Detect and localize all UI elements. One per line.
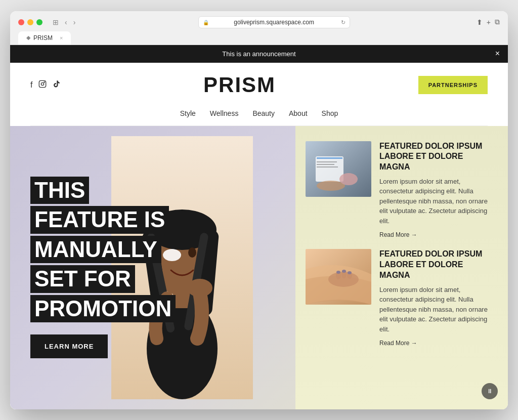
sidebar-toggle-btn[interactable]: ⊞ bbox=[51, 17, 61, 27]
pause-button[interactable]: ⏸ bbox=[482, 383, 498, 399]
lock-icon: 🔒 bbox=[203, 19, 209, 25]
article-content-1: FEATURED DOLOR IPSUM LABORE ET DOLORE MA… bbox=[379, 141, 493, 239]
website-content: This is an announcement × f bbox=[10, 45, 508, 409]
announcement-close-btn[interactable]: × bbox=[495, 49, 500, 58]
svg-rect-19 bbox=[317, 164, 334, 165]
svg-point-26 bbox=[336, 271, 340, 274]
nav-about[interactable]: About bbox=[289, 109, 308, 117]
tab-favicon: ◆ bbox=[26, 34, 30, 41]
facebook-icon[interactable]: f bbox=[30, 80, 32, 90]
hero-line-5: PROMOTION bbox=[30, 295, 176, 323]
article-title-1: FEATURED DOLOR IPSUM LABORE ET DOLORE MA… bbox=[379, 141, 493, 173]
refresh-icon[interactable]: ↻ bbox=[341, 19, 346, 25]
site-nav: Style Wellness Beauty About Shop bbox=[30, 103, 488, 126]
svg-rect-16 bbox=[316, 156, 343, 182]
announcement-bar: This is an announcement × bbox=[10, 45, 508, 63]
nav-beauty[interactable]: Beauty bbox=[252, 109, 275, 117]
read-more-link-1[interactable]: Read More bbox=[379, 231, 417, 238]
tab-title: PRISM bbox=[33, 34, 53, 41]
close-dot[interactable] bbox=[18, 19, 24, 25]
article-thumbnail-2[interactable] bbox=[306, 249, 371, 305]
svg-rect-0 bbox=[39, 80, 46, 87]
svg-point-28 bbox=[342, 270, 346, 273]
svg-point-2 bbox=[44, 81, 45, 82]
svg-rect-18 bbox=[317, 161, 337, 162]
forward-btn[interactable]: › bbox=[71, 17, 78, 27]
article-excerpt-1: Lorem ipsum dolor sit amet, consectetur … bbox=[379, 177, 493, 226]
browser-chrome: ⊞ ‹ › 🔒 goliveprism.squarespace.com ↻ ⬆ … bbox=[10, 11, 508, 45]
article-card-2: FEATURED DOLOR IPSUM LABORE ET DOLORE MA… bbox=[306, 249, 493, 347]
new-tab-icon[interactable]: + bbox=[487, 18, 491, 26]
article-excerpt-2: Lorem ipsum dolor sit amet, consectetur … bbox=[379, 285, 493, 334]
tab-close-icon[interactable]: × bbox=[60, 35, 63, 41]
svg-point-30 bbox=[348, 271, 352, 274]
site-header: f PRISM PARTNERSHIP bbox=[10, 63, 508, 126]
hero-left: THIS FEATURE IS MANUALLY SET FOR PROMOTI… bbox=[10, 126, 295, 409]
svg-rect-20 bbox=[317, 166, 338, 167]
hero-line-1: THIS bbox=[30, 177, 89, 204]
active-tab[interactable]: ◆ PRISM × bbox=[18, 31, 71, 45]
share-icon[interactable]: ⬆ bbox=[477, 18, 483, 26]
svg-rect-17 bbox=[317, 157, 342, 159]
hero-headline: THIS FEATURE IS MANUALLY SET FOR PROMOTI… bbox=[30, 177, 275, 325]
maximize-dot[interactable] bbox=[36, 19, 42, 25]
partnerships-button[interactable]: PARTNERSHIPS bbox=[418, 76, 488, 94]
pause-icon: ⏸ bbox=[487, 388, 493, 395]
back-btn[interactable]: ‹ bbox=[63, 17, 69, 27]
browser-window: ⊞ ‹ › 🔒 goliveprism.squarespace.com ↻ ⬆ … bbox=[10, 11, 508, 409]
nav-style[interactable]: Style bbox=[180, 109, 196, 117]
article-content-2: FEATURED DOLOR IPSUM LABORE ET DOLORE MA… bbox=[379, 249, 493, 347]
featured-section: FEATURED DOLOR IPSUM LABORE ET DOLORE MA… bbox=[295, 126, 508, 409]
instagram-icon[interactable] bbox=[38, 80, 47, 90]
nav-wellness[interactable]: Wellness bbox=[210, 109, 239, 117]
article-title-2: FEATURED DOLOR IPSUM LABORE ET DOLORE MA… bbox=[379, 249, 493, 280]
learn-more-button[interactable]: LEARN MORE bbox=[30, 334, 108, 358]
svg-point-22 bbox=[339, 173, 358, 185]
url-text: goliveprism.squarespace.com bbox=[234, 19, 314, 26]
article-card-1: FEATURED DOLOR IPSUM LABORE ET DOLORE MA… bbox=[306, 141, 493, 239]
hero-section: THIS FEATURE IS MANUALLY SET FOR PROMOTI… bbox=[10, 126, 508, 409]
nav-shop[interactable]: Shop bbox=[322, 109, 338, 117]
hero-line-4: SET FOR bbox=[30, 265, 135, 293]
site-logo[interactable]: PRISM bbox=[203, 73, 276, 97]
tiktok-icon[interactable] bbox=[53, 80, 61, 90]
minimize-dot[interactable] bbox=[27, 19, 33, 25]
address-bar[interactable]: 🔒 goliveprism.squarespace.com ↻ bbox=[198, 16, 350, 28]
social-icons: f bbox=[30, 80, 61, 90]
announcement-text: This is an announcement bbox=[222, 50, 295, 58]
hero-line-2: FEATURE IS bbox=[30, 206, 169, 234]
hero-line-3: MANUALLY bbox=[30, 236, 161, 264]
article-thumbnail-1[interactable] bbox=[306, 141, 371, 197]
read-more-link-2[interactable]: Read More bbox=[379, 340, 417, 347]
svg-point-1 bbox=[41, 82, 44, 85]
tabs-icon[interactable]: ⧉ bbox=[495, 18, 500, 26]
